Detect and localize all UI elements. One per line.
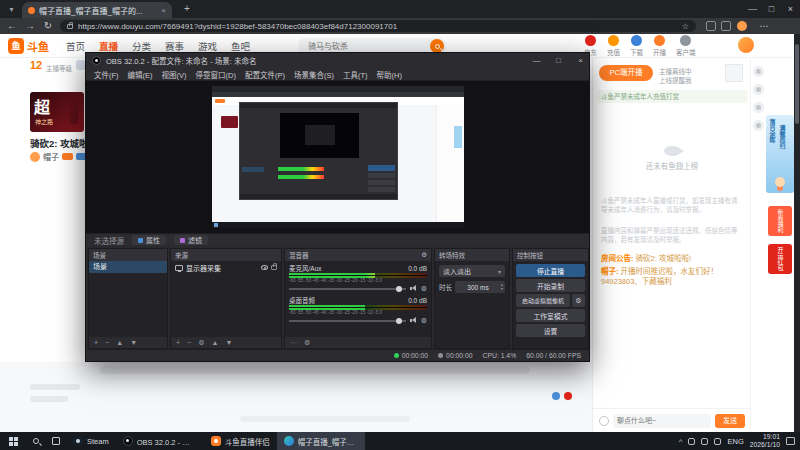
add-scene-icon[interactable]: + [94,337,98,348]
nav-item-yuba[interactable]: 鱼吧 [231,39,250,53]
source-list-item[interactable]: 显示器采集 [171,261,281,274]
message-icon[interactable] [753,66,764,77]
menu-profile[interactable]: 配置文件(P) [245,69,285,80]
obs-preview-area[interactable] [86,81,589,233]
chat-input[interactable] [613,414,711,428]
obs-maximize-button[interactable]: □ [550,56,567,65]
mic-options-icon[interactable]: ⚙ [421,284,427,293]
visibility-eye-icon[interactable] [261,265,268,270]
nav-item-games[interactable]: 游戏 [198,39,217,53]
tray-network-icon[interactable] [688,438,695,445]
pc-golive-button[interactable]: PC端开播 [599,65,653,81]
search-input[interactable] [306,41,430,52]
taskbar-search-button[interactable] [26,432,46,450]
scrollbar-thumb[interactable] [795,44,799,124]
minimize-button[interactable]: — [743,0,762,18]
quick-golive[interactable]: 开播 [653,35,666,57]
promo-banner-redpacket[interactable]: 开运红包 [768,244,792,274]
tray-security-icon[interactable] [714,438,721,445]
scene-list-item[interactable]: 场景 [89,261,167,273]
menu-view[interactable]: 视图(V) [162,69,187,80]
mic-slider-handle[interactable] [396,286,402,292]
promo-banner-sky[interactable]: 落日余晖 满载而归 [766,115,794,193]
stop-streaming-button[interactable]: 停止直播 [516,264,585,277]
source-properties-button[interactable]: 属性 [132,235,166,245]
address-bar[interactable]: https://www.douyu.com/7669491?dyshid=192… [60,20,696,32]
obs-minimize-button[interactable]: — [528,56,545,65]
streamer-name[interactable]: 帽子 [43,151,59,162]
nav-item-categories[interactable]: 分类 [132,39,151,53]
task-view-button[interactable] [46,432,66,450]
room-cover-image[interactable]: 超 神之路 [30,92,84,132]
desktop-mute-icon[interactable] [410,317,417,324]
browser-menu-icon[interactable]: ⋯ [756,18,772,34]
input-language[interactable]: ENG [727,437,743,446]
search-button[interactable] [430,39,444,53]
close-button[interactable]: × [781,0,800,18]
quick-client[interactable]: 客户端 [676,35,696,57]
source-properties-icon[interactable]: ⚙ [198,337,204,348]
add-source-icon[interactable]: + [176,337,180,348]
backpack-icon[interactable] [753,102,764,113]
back-icon[interactable]: ← [4,18,20,34]
spinner-arrows-icon[interactable]: ▴▾ [501,283,503,291]
remove-scene-icon[interactable]: − [105,337,109,348]
tab-list-icon[interactable]: ▾ [6,4,17,15]
start-recording-button[interactable]: 开始录制 [516,279,585,292]
taskbar-app-steam[interactable]: Steam [66,432,116,450]
scene-up-icon[interactable]: ▲ [116,337,123,348]
mic-mute-icon[interactable] [410,285,417,292]
nav-item-home[interactable]: 首页 [66,39,85,53]
obs-window[interactable]: OBS 32.0.2 - 配置文件: 未命名 - 场景: 未命名 — □ × 文… [85,52,590,362]
gift-icon[interactable] [564,392,572,400]
desktop-slider-handle[interactable] [396,318,402,324]
browser-tab[interactable]: 帽子直播_帽子直播_帽子的... × [22,2,172,18]
refresh-icon[interactable]: ↻ [40,18,56,34]
task-icon[interactable] [753,84,764,95]
mic-volume-slider[interactable] [289,288,406,290]
menu-file[interactable]: 文件(F) [94,69,119,80]
nav-item-live[interactable]: 直播 [99,39,118,53]
danmu-setting-icon[interactable] [552,392,560,400]
scene-down-icon[interactable]: ▼ [130,337,137,348]
site-logo[interactable]: 鱼 斗鱼 [8,38,49,54]
remove-source-icon[interactable]: − [187,337,191,348]
studio-mode-button[interactable]: 工作室模式 [516,309,585,322]
maximize-button[interactable]: □ [762,0,781,18]
menu-help[interactable]: 帮助(H) [377,69,402,80]
source-lock-icon[interactable] [271,265,277,270]
quick-recharge[interactable]: 充值 [607,35,620,57]
start-button[interactable] [0,432,26,450]
nav-item-esports[interactable]: 赛事 [165,39,184,53]
forward-icon[interactable]: → [22,18,38,34]
virtual-camera-button[interactable]: 启动虚拟摄像机 [516,294,570,307]
taskbar-app-douyu-companion[interactable]: 斗鱼直播伴侣 [204,432,277,450]
mixer-settings-icon[interactable]: ⚙ [421,251,427,259]
emoji-icon[interactable] [599,416,609,426]
source-down-icon[interactable]: ▼ [225,337,232,348]
taskbar-clock[interactable]: 19:01 2026/1/10 [750,433,780,449]
new-tab-button[interactable]: + [180,2,194,16]
settings-button[interactable]: 设置 [516,324,585,337]
menu-edit[interactable]: 编辑(E) [128,69,153,80]
mixer-more-icon[interactable]: ⋯ [290,337,297,348]
desktop-options-icon[interactable]: ⚙ [421,316,427,325]
source-up-icon[interactable]: ▲ [211,337,218,348]
tab-close-icon[interactable]: × [161,6,166,15]
send-button[interactable]: 发送 [715,414,745,428]
browser-profile-avatar[interactable] [737,21,747,31]
quick-download[interactable]: 下载 [630,35,643,57]
virtual-camera-settings-icon[interactable]: ⚙ [572,294,585,307]
mixer-config-icon[interactable]: ⚙ [304,337,310,348]
source-filters-button[interactable]: 滤镜 [174,235,208,245]
taskbar-app-browser[interactable]: 帽子直播_帽子直... [277,432,365,450]
streamer-avatar[interactable] [30,152,40,162]
transition-select[interactable]: 淡入淡出 ▾ [439,265,505,277]
notification-center-icon[interactable] [786,437,795,445]
desktop-volume-slider[interactable] [289,320,406,322]
menu-tools[interactable]: 工具(T) [343,69,368,80]
remind-tip[interactable]: 上线提醒我 [659,75,692,85]
menu-docks[interactable]: 停靠窗口(D) [196,69,236,80]
extension-icon[interactable] [706,21,716,31]
obs-close-button[interactable]: × [572,56,589,65]
